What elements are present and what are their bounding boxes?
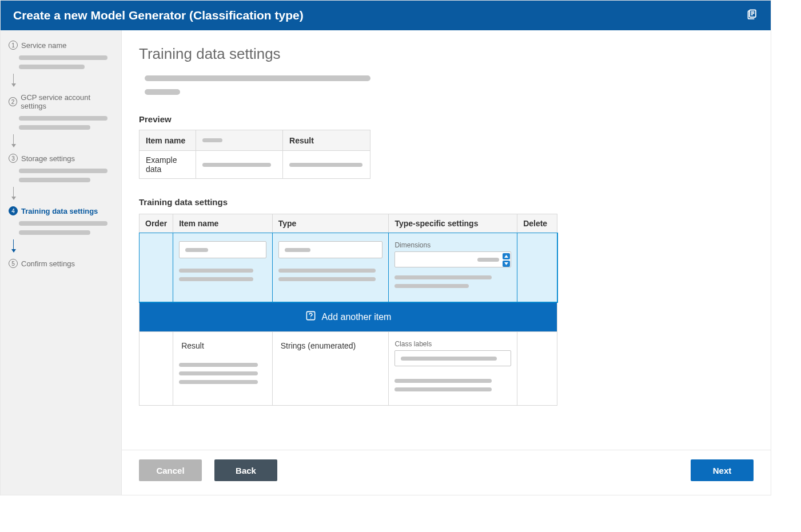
spinner-down-icon[interactable] (503, 261, 510, 267)
add-item-row: Add another item (140, 302, 557, 332)
training-row-result: Result Strings (enumerated) Class labels (140, 332, 557, 406)
spinner-up-icon[interactable] (503, 253, 510, 259)
item-name-input[interactable] (179, 241, 266, 258)
step-number: 5 (9, 259, 18, 268)
step-label: Storage settings (21, 154, 75, 163)
back-button[interactable]: Back (214, 459, 277, 481)
training-heading: Training data settings (139, 197, 752, 207)
add-item-label: Add another item (322, 312, 392, 322)
preview-cell (283, 151, 370, 179)
next-button[interactable]: Next (691, 459, 754, 481)
sidebar-step-4[interactable]: 4 Training data settings (9, 206, 113, 235)
type-input[interactable] (278, 241, 383, 258)
step-number: 4 (9, 206, 18, 215)
sidebar-step-3[interactable]: 3 Storage settings (9, 154, 113, 182)
wizard-sidebar: 1 Service name 2 GCP service account set… (1, 30, 122, 495)
docs-icon[interactable] (747, 9, 758, 22)
th-delete: Delete (517, 214, 557, 233)
delete-cell (517, 233, 557, 302)
page-title: Training data settings (139, 45, 752, 63)
step-arrow-icon (13, 187, 14, 199)
th-typespec: Type-specific settings (389, 214, 517, 233)
dimensions-label: Dimensions (394, 241, 511, 249)
step-label: Training data settings (21, 207, 98, 215)
th-order: Order (140, 214, 173, 233)
sidebar-step-5[interactable]: 5 Confirm settings (9, 259, 113, 268)
preview-header-item: Item name (140, 130, 196, 151)
th-type: Type (272, 214, 389, 233)
preview-row-label: Example data (140, 151, 196, 179)
step-number: 1 (9, 41, 18, 50)
step-label: Service name (21, 41, 66, 50)
step-arrow-icon (13, 239, 14, 252)
step-label: GCP service account settings (21, 93, 113, 110)
type-value: Strings (enumerated) (278, 340, 383, 350)
preview-header-blank (196, 130, 283, 151)
class-labels-label: Class labels (394, 340, 511, 348)
preview-table: Item name Result Example data (139, 130, 370, 179)
add-another-item-button[interactable]: Add another item (140, 302, 557, 331)
typespec-cell: Class labels (389, 332, 517, 406)
topbar: Create a new Model Generator (Classifica… (1, 1, 771, 30)
sidebar-step-1[interactable]: 1 Service name (9, 41, 113, 69)
item-name-cell: Result (173, 332, 273, 406)
training-row-active: Dimensions (140, 233, 557, 302)
class-labels-input[interactable] (394, 350, 511, 366)
preview-cell (196, 151, 283, 179)
preview-header-result: Result (283, 130, 370, 151)
sidebar-step-2[interactable]: 2 GCP service account settings (9, 93, 113, 130)
step-number: 2 (9, 97, 17, 106)
preview-heading: Preview (139, 114, 752, 124)
type-cell (272, 233, 389, 302)
page-header-title: Create a new Model Generator (Classifica… (13, 9, 304, 22)
typespec-cell: Dimensions (389, 233, 517, 302)
step-arrow-icon (13, 74, 14, 86)
wizard-footer: Cancel Back Next (122, 450, 771, 495)
step-label: Confirm settings (21, 259, 75, 268)
training-data-table: Order Item name Type Type-specific setti… (139, 214, 557, 406)
item-name-cell (173, 233, 273, 302)
dimensions-input[interactable] (394, 251, 511, 267)
step-arrow-icon (13, 134, 14, 147)
type-cell: Strings (enumerated) (272, 332, 389, 406)
order-cell (140, 233, 173, 302)
help-icon (305, 310, 316, 323)
step-number: 3 (9, 154, 18, 163)
order-cell (140, 332, 173, 406)
item-name-value: Result (179, 340, 266, 350)
delete-cell (517, 332, 557, 406)
svg-point-5 (310, 318, 310, 318)
cancel-button[interactable]: Cancel (139, 459, 202, 481)
th-item: Item name (173, 214, 273, 233)
